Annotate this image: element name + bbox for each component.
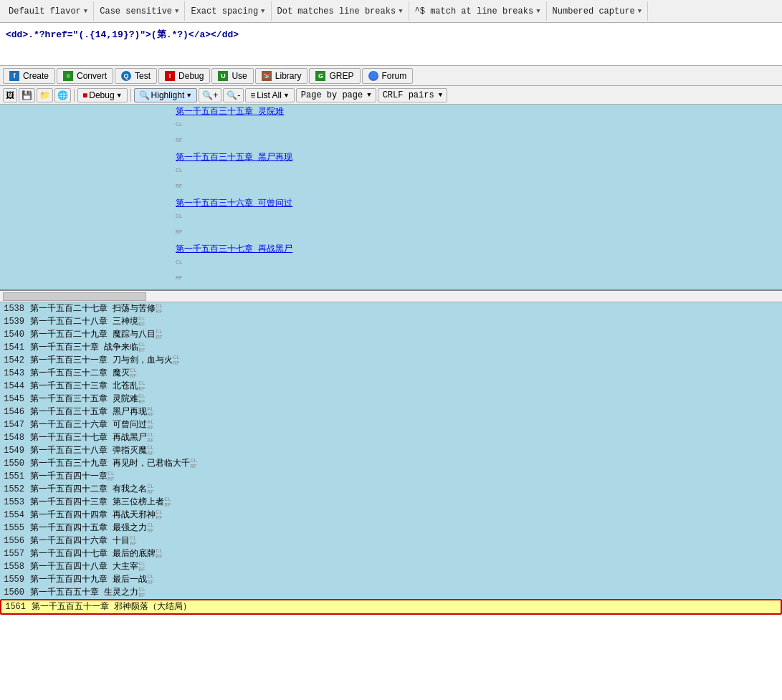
- toolbar-icon-4[interactable]: 🌐: [54, 88, 71, 102]
- crlf-indicator: ALRF: [147, 406, 154, 418]
- caret-arrow: ▼: [536, 8, 540, 15]
- result-line: 1557第一千五百四十七章 最后的底牌CLRF: [0, 547, 782, 560]
- crlf-indicator: CLRF: [156, 303, 163, 315]
- debug-toolbar-button[interactable]: ■ Debug ▼: [77, 88, 128, 102]
- caret-dropdown[interactable]: ^$ match at line breaks ▼: [409, 1, 547, 21]
- lower-panel[interactable]: 1538第一千五百二十七章 扫荡与苦修CLRF1539第一千五百二十八章 三神境…: [0, 302, 782, 700]
- crlf-indicator: CLRF: [138, 393, 146, 405]
- debug-button[interactable]: ! Debug: [158, 68, 210, 84]
- result-line: 1550第一千五百三十九章 再见时，已君临大千CLRF: [0, 457, 782, 470]
- result-lines-container: 1538第一千五百二十七章 扫荡与苦修CLRF1539第一千五百二十八章 三神境…: [0, 302, 782, 615]
- result-line: 1538第一千五百二十七章 扫荡与苦修CLRF: [0, 302, 782, 315]
- result-line: 1560第一千五百五十章 生灵之力CLRF: [0, 586, 782, 599]
- crlf-indicator: CLRF: [138, 561, 146, 572]
- crlf-indicator: CLRF: [164, 497, 171, 508]
- main-content: 第一千五百三十五章 灵院难CLRF第一千五百三十五章 黑尸再现CLRF第一千五百…: [0, 105, 782, 700]
- line-text: 第一千五百五十章 生灵之力: [30, 586, 138, 599]
- toolbar-icon-3[interactable]: 📁: [37, 88, 53, 102]
- line-text: 第一千五百三十三章 北苍乱: [30, 380, 138, 393]
- forum-icon: 🌐: [368, 71, 378, 81]
- line-text: 第一千五百四十九章 最后一战: [30, 573, 147, 586]
- flavor-arrow: ▼: [84, 8, 87, 15]
- zoom-out-button[interactable]: 🔍-: [223, 88, 244, 102]
- spacing-dropdown[interactable]: Exact spacing ▼: [185, 1, 271, 21]
- html-line: 第一千五百三十五章 黑尸再现CLRF: [0, 150, 782, 196]
- third-toolbar: 🖼 💾 📁 🌐 ■ Debug ▼ 🔍 Highlight ▼ 🔍+ 🔍- ≡ …: [0, 86, 782, 105]
- line-text: 第一千五百四十五章 最强之力: [30, 522, 147, 534]
- result-line: 1549第一千五百三十八章 弹指灭魔CLRF: [0, 444, 782, 457]
- result-line: 1556第一千五百四十六章 十目CLRF: [0, 534, 782, 547]
- line-number: 1547: [3, 418, 30, 431]
- line-text: 第一千五百四十六章 十目: [30, 534, 130, 547]
- highlight-button[interactable]: 🔍 Highlight ▼: [134, 88, 198, 102]
- library-label: Library: [275, 71, 302, 81]
- regex-input[interactable]: [3, 26, 779, 42]
- result-line: 1544第一千五百三十三章 北苍乱CLRF: [0, 380, 782, 393]
- separator-2: [130, 89, 131, 102]
- line-number: 1553: [3, 496, 30, 509]
- line-text: 第一千五百五十一章 邪神陨落（大结局）: [32, 600, 191, 613]
- line-number: 1539: [3, 315, 30, 328]
- capture-dropdown[interactable]: Numbered capture ▼: [547, 1, 649, 21]
- line-number: 1550: [3, 457, 30, 470]
- flavor-dropdown[interactable]: Default flavor ▼: [3, 1, 94, 21]
- test-button[interactable]: Q Test: [115, 68, 157, 84]
- crlf-indicator: CLRF: [147, 522, 154, 534]
- result-line: 1561第一千五百五十一章 邪神陨落（大结局）: [0, 599, 782, 615]
- crlf-indicator: CLRF: [130, 535, 137, 547]
- line-text: 第一千五百四十八章 大主宰: [30, 560, 138, 573]
- use-icon: U: [218, 71, 228, 81]
- page-by-page-dropdown[interactable]: Page by page ▼: [296, 88, 376, 102]
- toolbar-icon-1[interactable]: 🖼: [3, 88, 17, 102]
- result-line: 1542第一千五百三十一章 刀与剑，血与火CLRF: [0, 354, 782, 367]
- convert-button[interactable]: ≡ Convert: [57, 68, 113, 84]
- line-text: 第一千五百三十章 战争来临: [30, 341, 138, 354]
- case-label: Case sensitive: [100, 6, 172, 16]
- capture-arrow: ▼: [638, 8, 642, 15]
- hscroll-inner[interactable]: [3, 292, 146, 301]
- forum-button[interactable]: 🌐 Forum: [362, 68, 414, 84]
- create-button[interactable]: f Create: [3, 68, 55, 84]
- crlf-indicator: CLRF: [156, 548, 163, 560]
- crlf-indicator: CLRF: [156, 329, 163, 340]
- result-line: 1552第一千五百四十二章 有我之名CLRF: [0, 483, 782, 496]
- library-icon: 📚: [262, 71, 272, 81]
- toolbar-icon-2[interactable]: 💾: [19, 88, 35, 102]
- crlf-indicator: CLRF: [138, 587, 146, 598]
- line-text: 第一千五百三十五章 黑尸再现: [30, 406, 147, 418]
- line-number: 1558: [3, 560, 30, 573]
- crlf-indicator: CLRF: [138, 316, 146, 327]
- html-lines-container: 第一千五百三十五章 灵院难CLRF第一千五百三十五章 黑尸再现CLRF第一千五百…: [0, 105, 782, 291]
- grep-icon: G: [315, 71, 325, 81]
- separator-1: [74, 89, 75, 102]
- library-button[interactable]: 📚 Library: [255, 68, 308, 84]
- crlf-indicator: CLRF: [147, 484, 154, 495]
- list-all-button[interactable]: ≡ List All ▼: [245, 88, 295, 102]
- result-line: 1553第一千五百四十三章 第三位榜上者CLRF: [0, 496, 782, 509]
- crlf-indicator: CLRF: [138, 342, 146, 353]
- line-text: 第一千五百四十三章 第三位榜上者: [30, 496, 164, 509]
- crlf-pairs-dropdown[interactable]: CRLF pairs ▼: [378, 88, 447, 102]
- create-icon: f: [9, 71, 19, 81]
- list-all-label: List All: [257, 90, 282, 100]
- crlf-indicator: CLRF: [173, 355, 180, 366]
- highlight-arrow: ▼: [186, 92, 192, 99]
- list-all-arrow: ▼: [283, 92, 290, 99]
- forum-label: Forum: [382, 71, 407, 81]
- result-line: 1551第一千五百四十一章CLRF: [0, 470, 782, 483]
- upper-panel[interactable]: 第一千五百三十五章 灵院难CLRF第一千五百三十五章 黑尸再现CLRF第一千五百…: [0, 105, 782, 291]
- use-button[interactable]: U Use: [211, 68, 253, 84]
- line-number: 1546: [3, 406, 30, 418]
- grep-button[interactable]: G GREP: [309, 68, 360, 84]
- line-text: 第一千五百四十七章 最后的底牌: [30, 547, 156, 560]
- zoom-in-button[interactable]: 🔍+: [199, 88, 221, 102]
- hscroll[interactable]: [0, 291, 782, 302]
- create-label: Create: [23, 71, 49, 81]
- case-dropdown[interactable]: Case sensitive ▼: [94, 1, 185, 21]
- line-number: 1552: [3, 483, 30, 496]
- dot-dropdown[interactable]: Dot matches line breaks ▼: [272, 1, 409, 21]
- html-line: 第一千五百三十五章 灵院难CLRF: [0, 105, 782, 150]
- line-number: 1560: [3, 586, 30, 599]
- line-text: 第一千五百三十九章 再见时，已君临大千: [30, 457, 190, 470]
- line-number: 1548: [3, 431, 30, 444]
